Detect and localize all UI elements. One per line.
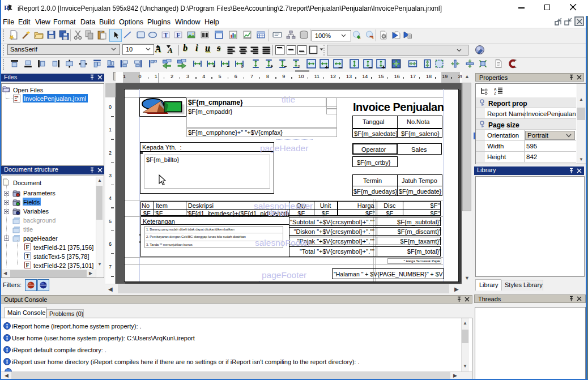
svg-text:F: F: [176, 32, 180, 39]
svg-text:T: T: [26, 253, 30, 259]
svg-text:T: T: [164, 32, 168, 39]
svg-text:F: F: [26, 262, 29, 268]
svg-text:0: 0: [241, 65, 244, 69]
svg-text:F: F: [26, 244, 29, 250]
svg-text:0: 0: [298, 65, 300, 69]
svg-text:Z: Z: [494, 91, 496, 95]
svg-text:A: A: [494, 87, 497, 91]
